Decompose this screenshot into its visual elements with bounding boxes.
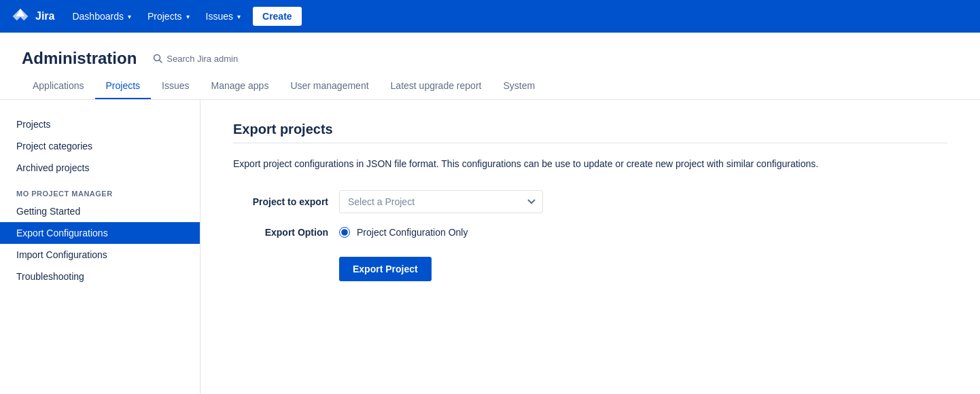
content-area: Export projects Export project configura… bbox=[200, 100, 980, 394]
export-option-label: Export Option bbox=[233, 227, 328, 238]
search-admin[interactable]: Search Jira admin bbox=[147, 51, 243, 67]
issues-chevron: ▾ bbox=[237, 13, 241, 20]
sidebar-item-troubleshooting[interactable]: Troubleshooting bbox=[0, 266, 200, 287]
sidebar-item-project-categories[interactable]: Project categories bbox=[0, 135, 200, 157]
content-title: Export projects bbox=[233, 122, 947, 137]
tab-applications[interactable]: Applications bbox=[22, 73, 95, 99]
tab-manage-apps[interactable]: Manage apps bbox=[200, 73, 280, 99]
search-icon bbox=[153, 54, 162, 63]
svg-line-1 bbox=[160, 60, 162, 63]
main-layout: Projects Project categories Archived pro… bbox=[0, 100, 980, 394]
radio-row: Project Configuration Only bbox=[339, 227, 468, 238]
tab-user-management[interactable]: User management bbox=[279, 73, 379, 99]
dashboards-chevron: ▾ bbox=[128, 13, 131, 20]
tab-issues[interactable]: Issues bbox=[151, 73, 200, 99]
radio-project-config[interactable] bbox=[339, 227, 350, 238]
dashboards-menu[interactable]: Dashboards ▾ bbox=[65, 7, 138, 26]
jira-logo: Jira bbox=[11, 7, 54, 26]
sidebar-item-import-configurations[interactable]: Import Configurations bbox=[0, 244, 200, 266]
sidebar-section-label: MO PROJECT MANAGER bbox=[0, 179, 200, 200]
create-button[interactable]: Create bbox=[253, 7, 302, 26]
search-admin-label: Search Jira admin bbox=[167, 54, 238, 64]
content-description: Export project configurations in JSON fi… bbox=[233, 157, 947, 171]
sidebar: Projects Project categories Archived pro… bbox=[0, 100, 200, 394]
issues-menu[interactable]: Issues ▾ bbox=[199, 7, 247, 26]
form-row-project: Project to export Select a Project bbox=[233, 190, 947, 213]
projects-chevron: ▾ bbox=[186, 13, 190, 20]
tab-bar: Applications Projects Issues Manage apps… bbox=[22, 73, 958, 99]
sidebar-item-archived-projects[interactable]: Archived projects bbox=[0, 157, 200, 179]
tab-system[interactable]: System bbox=[492, 73, 546, 99]
export-project-button[interactable]: Export Project bbox=[339, 257, 432, 281]
logo-text: Jira bbox=[35, 10, 54, 22]
top-navigation: Jira Dashboards ▾ Projects ▾ Issues ▾ Cr… bbox=[0, 0, 980, 33]
project-to-export-label: Project to export bbox=[233, 196, 328, 207]
sidebar-item-projects[interactable]: Projects bbox=[0, 113, 200, 135]
projects-menu[interactable]: Projects ▾ bbox=[141, 7, 196, 26]
tab-projects[interactable]: Projects bbox=[95, 73, 152, 99]
project-select[interactable]: Select a Project bbox=[339, 190, 543, 213]
page-header: Administration Search Jira admin Applica… bbox=[0, 33, 980, 100]
sidebar-item-export-configurations[interactable]: Export Configurations bbox=[0, 222, 200, 244]
radio-project-config-label: Project Configuration Only bbox=[357, 227, 468, 238]
sidebar-item-getting-started[interactable]: Getting Started bbox=[0, 200, 200, 222]
jira-logo-icon bbox=[11, 7, 30, 26]
tab-latest-upgrade-report[interactable]: Latest upgrade report bbox=[380, 73, 493, 99]
page-title: Administration bbox=[22, 49, 137, 68]
form-row-export-option: Export Option Project Configuration Only bbox=[233, 227, 947, 238]
export-btn-row: Export Project bbox=[339, 251, 947, 281]
content-divider bbox=[233, 143, 947, 143]
